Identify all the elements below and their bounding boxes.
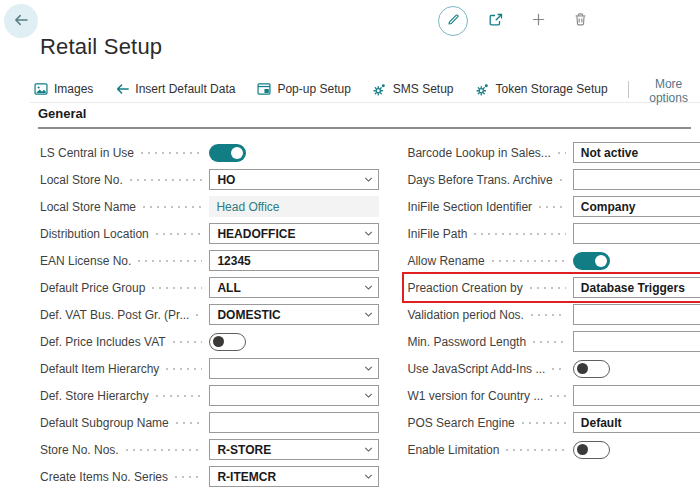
- barcode-lookup-in-sales-combobox[interactable]: Not active: [573, 142, 700, 163]
- dotted-leader: [166, 368, 202, 370]
- toolbar-insert-default-data[interactable]: Insert Default Data: [104, 77, 246, 101]
- image-icon: [34, 82, 48, 96]
- pencil-icon: [446, 12, 461, 30]
- form-column-right: Barcode Lookup in Sales...Not activeDays…: [407, 142, 700, 493]
- def-price-includes-vat-toggle[interactable]: [209, 333, 246, 351]
- field-label-def-store-hierarchy: Def. Store Hierarchy: [40, 389, 149, 403]
- dotted-leader: [141, 152, 202, 154]
- edit-button[interactable]: [438, 6, 468, 36]
- field-label-inifile-path: IniFile Path: [407, 227, 467, 241]
- field-row-inifile-section-identifier: IniFile Section IdentifierCompany: [407, 196, 700, 217]
- distribution-location-combobox[interactable]: HEADOFFICE: [209, 223, 379, 244]
- form-column-left: LS Central in UseLocal Store No.HOLocal …: [40, 142, 379, 493]
- ls-central-in-use-toggle[interactable]: [209, 144, 246, 162]
- allow-rename-toggle[interactable]: [573, 252, 610, 270]
- toolbar-label: Token Storage Setup: [496, 82, 608, 96]
- def-vat-bus-post-gr-pr-combobox[interactable]: DOMESTIC: [209, 304, 379, 325]
- dotted-leader: [138, 260, 202, 262]
- validation-period-nos-combobox[interactable]: [573, 304, 700, 325]
- general-form: LS Central in UseLocal Store No.HOLocal …: [40, 142, 691, 493]
- inifile-path-input[interactable]: [573, 223, 700, 244]
- combobox-value: DOMESTIC: [217, 308, 363, 322]
- dotted-leader: [126, 449, 203, 451]
- field-label-def-vat-bus-post-gr-pr: Def. VAT Bus. Post Gr. (Pr...: [40, 308, 189, 322]
- dotted-leader: [506, 449, 565, 451]
- field-label-inifile-section-identifier: IniFile Section Identifier: [407, 200, 532, 214]
- default-item-hierarchy-combobox[interactable]: [209, 358, 379, 379]
- create-items-no-series-combobox[interactable]: R-ITEMCR: [209, 466, 379, 487]
- def-store-hierarchy-combobox[interactable]: [209, 385, 379, 406]
- combobox-value: ALL: [217, 281, 363, 295]
- combobox-value: Not active: [581, 146, 700, 160]
- ean-license-no-input[interactable]: [209, 250, 379, 271]
- combobox-value: HEADOFFICE: [217, 227, 363, 241]
- field-label-days-before-trans-archive: Days Before Trans. Archive: [407, 173, 552, 187]
- preaction-creation-by-combobox[interactable]: Database Triggers: [573, 277, 700, 298]
- field-row-min-password-length: Min. Password Length: [407, 331, 700, 352]
- default-subgroup-name-input[interactable]: [209, 412, 379, 433]
- dotted-leader: [492, 260, 566, 262]
- field-row-barcode-lookup-in-sales: Barcode Lookup in Sales...Not active: [407, 142, 700, 163]
- field-row-use-javascript-add-ins: Use JavaScript Add-Ins ...: [407, 358, 700, 379]
- action-bar-items: ImagesInsert Default DataPop-up SetupSMS…: [30, 77, 619, 101]
- share-button[interactable]: [482, 7, 510, 35]
- pos-search-engine-combobox[interactable]: Default: [573, 412, 700, 433]
- toolbar-pop-up-setup[interactable]: Pop-up Setup: [246, 77, 361, 101]
- toggle-knob: [231, 147, 243, 159]
- enable-limitation-toggle[interactable]: [573, 441, 610, 459]
- combobox-value: Company: [581, 200, 700, 214]
- delete-button[interactable]: [566, 7, 594, 35]
- field-row-default-price-group: Default Price GroupALL: [40, 277, 379, 298]
- section-divider: [38, 127, 691, 129]
- dotted-leader: [156, 233, 203, 235]
- new-button[interactable]: [524, 7, 552, 35]
- dotted-leader: [173, 341, 203, 343]
- share-icon: [488, 12, 504, 31]
- chevron-down-icon: [363, 309, 374, 320]
- combobox-value: Default: [581, 416, 700, 430]
- inifile-section-identifier-combobox[interactable]: Company: [573, 196, 700, 217]
- dotted-leader: [152, 287, 202, 289]
- toggle-knob: [577, 363, 588, 374]
- back-arrow-icon: [12, 11, 30, 32]
- dotted-leader: [558, 152, 566, 154]
- chevron-down-icon: [363, 228, 374, 239]
- dotted-leader: [176, 422, 203, 424]
- field-label-def-price-includes-vat: Def. Price Includes VAT: [40, 335, 166, 349]
- header-action-bar: [438, 4, 594, 38]
- combobox-value: Database Triggers: [581, 281, 700, 295]
- field-row-allow-rename: Allow Rename: [407, 250, 700, 271]
- toolbar-token-storage-setup[interactable]: Token Storage Setup: [465, 77, 619, 101]
- toggle-knob: [577, 444, 588, 455]
- use-javascript-add-ins-toggle[interactable]: [573, 360, 610, 378]
- field-row-w1-version-for-country: W1 version for Country ...: [407, 385, 700, 406]
- w1-version-for-country-combobox[interactable]: [573, 385, 700, 406]
- chevron-down-icon: [363, 471, 374, 482]
- dotted-leader: [533, 341, 566, 343]
- field-label-distribution-location: Distribution Location: [40, 227, 149, 241]
- dotted-leader: [143, 206, 202, 208]
- arrow-left-icon: [115, 82, 129, 96]
- chevron-down-icon: [363, 174, 374, 185]
- field-row-ls-central-in-use: LS Central in Use: [40, 142, 379, 163]
- field-label-min-password-length: Min. Password Length: [407, 335, 526, 349]
- back-button[interactable]: [4, 4, 38, 38]
- chevron-down-icon: [363, 390, 374, 401]
- field-row-default-item-hierarchy: Default Item Hierarchy: [40, 358, 379, 379]
- field-row-def-vat-bus-post-gr-pr: Def. VAT Bus. Post Gr. (Pr...DOMESTIC: [40, 304, 379, 325]
- field-label-ean-license-no: EAN License No.: [40, 254, 131, 268]
- default-price-group-combobox[interactable]: ALL: [209, 277, 379, 298]
- store-no-nos-combobox[interactable]: R-STORE: [209, 439, 379, 460]
- days-before-trans-archive-input[interactable]: [573, 169, 700, 190]
- local-store-no-combobox[interactable]: HO: [209, 169, 379, 190]
- more-options-button[interactable]: More options: [637, 77, 700, 101]
- dotted-leader: [539, 206, 566, 208]
- field-label-default-item-hierarchy: Default Item Hierarchy: [40, 362, 159, 376]
- toolbar-images[interactable]: Images: [30, 77, 104, 101]
- toolbar-sms-setup[interactable]: SMS Setup: [362, 77, 465, 101]
- dotted-leader: [552, 368, 565, 370]
- min-password-length-input[interactable]: [573, 331, 700, 352]
- dotted-leader: [130, 179, 203, 181]
- dotted-leader: [550, 395, 565, 397]
- dotted-leader: [474, 233, 565, 235]
